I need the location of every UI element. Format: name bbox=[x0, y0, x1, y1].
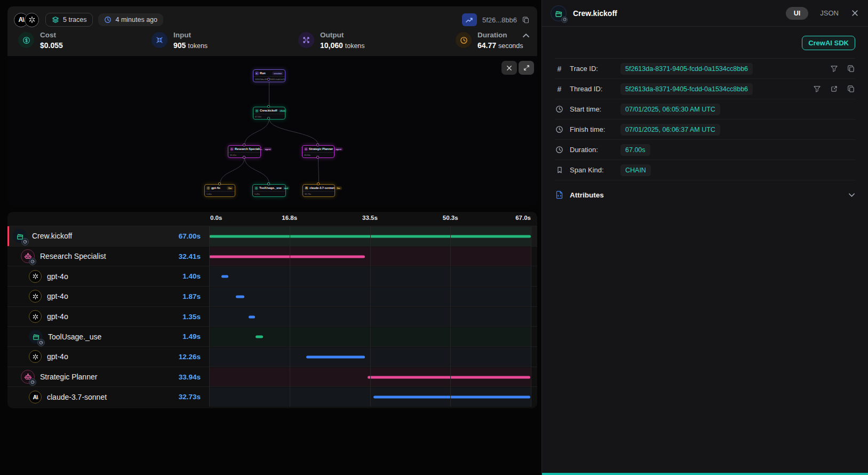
node-connection-handle bbox=[267, 183, 270, 185]
traces-count-badge[interactable]: 5 traces bbox=[45, 13, 93, 27]
clock-icon bbox=[555, 125, 564, 133]
trace-id-chip: 5f26...8bb6 bbox=[482, 16, 517, 24]
panel-bottom-accent-bar bbox=[542, 473, 868, 475]
gridline bbox=[450, 226, 451, 407]
arrows-out-icon bbox=[298, 32, 314, 48]
gridline bbox=[370, 226, 371, 407]
axis-tick-label: 67.0s bbox=[515, 215, 531, 221]
copy-icon[interactable] bbox=[847, 85, 855, 93]
agentops-badge-icon bbox=[37, 339, 45, 346]
traces-count-label: 5 traces bbox=[63, 16, 86, 23]
copy-icon[interactable] bbox=[847, 65, 855, 73]
field-value-pill: 07/01/2025, 06:06:37 AM UTC bbox=[620, 124, 720, 136]
hash-icon: # bbox=[555, 85, 564, 93]
run-icon: ▸ bbox=[255, 72, 259, 75]
crew-icon bbox=[551, 5, 567, 21]
graph-node-claude[interactable]: A\ claude-3.7-sonnet llm 32.73s bbox=[302, 184, 335, 197]
external-icon[interactable] bbox=[830, 85, 838, 93]
span-label: ToolUsage._use 1.49s bbox=[7, 330, 209, 344]
trace-metrics-button[interactable] bbox=[462, 13, 477, 26]
tab-ui[interactable]: UI bbox=[786, 7, 809, 20]
span-label: gpt-4o 1.35s bbox=[7, 310, 209, 323]
agent-icon bbox=[304, 147, 308, 151]
field-thread-id: # Thread ID: 5f2613da-8371-9405-fcdd-0a1… bbox=[555, 79, 855, 99]
span-label: gpt-4o 12.26s bbox=[7, 350, 209, 363]
hash-icon: # bbox=[555, 65, 564, 73]
node-connection-handle bbox=[316, 156, 319, 159]
timeline-axis: 0.0s16.8s33.5s50.3s67.0s bbox=[209, 212, 531, 226]
openai-logo-icon bbox=[29, 310, 42, 323]
openai-logo-icon bbox=[25, 13, 39, 27]
agentops-badge-icon bbox=[29, 258, 36, 265]
bookmark-icon bbox=[555, 166, 564, 174]
anthropic-icon: A\ bbox=[305, 186, 308, 190]
time-ago-label: 4 minutes ago bbox=[115, 16, 157, 23]
graph-close-button[interactable] bbox=[501, 61, 517, 75]
dollar-icon bbox=[18, 32, 34, 48]
graph-expand-button[interactable] bbox=[519, 61, 534, 75]
stat-cost: Cost $0.055 bbox=[18, 31, 152, 50]
node-connection-handle bbox=[317, 183, 320, 185]
attributes-section-header[interactable]: Attributes bbox=[555, 183, 855, 207]
filter-icon[interactable] bbox=[830, 65, 838, 73]
clock-icon bbox=[104, 16, 112, 23]
crew-icon bbox=[13, 229, 27, 243]
agentops-badge-icon bbox=[29, 378, 36, 386]
field-trace-id: # Trace ID: 5f2613da-8371-9405-fcdd-0a15… bbox=[555, 59, 855, 79]
file-icon bbox=[555, 191, 564, 199]
field-value-pill: 5f2613da-8371-9405-fcdd-0a1534cc8bb6 bbox=[620, 63, 753, 75]
field-start-time: Start time: 07/01/2025, 06:05:30 AM UTC bbox=[555, 99, 855, 120]
trace-stats-row: Cost $0.055 Input 905 tokens Output 10,0… bbox=[7, 28, 537, 50]
panel-title: Crew.kickoff bbox=[573, 9, 617, 18]
arrows-in-icon bbox=[152, 32, 168, 48]
span-detail-panel: Crew.kickoff UI JSON CrewAI SDK # Trace … bbox=[541, 0, 868, 475]
field-value-pill: 07/01/2025, 06:05:30 AM UTC bbox=[620, 104, 720, 115]
graph-node-tool[interactable]: ToolUsage._use tool 1.49s bbox=[252, 184, 286, 197]
clock-icon bbox=[555, 105, 564, 113]
field-span-kind: Span Kind: CHAIN bbox=[555, 160, 855, 180]
span-label: Strategic Planner 33.94s bbox=[7, 370, 209, 384]
panel-close-icon[interactable] bbox=[851, 10, 858, 17]
copy-trace-id-icon[interactable] bbox=[522, 16, 530, 24]
field-finish-time: Finish time: 07/01/2025, 06:06:37 AM UTC bbox=[555, 120, 855, 140]
gridline bbox=[290, 226, 290, 407]
node-connection-handle bbox=[267, 105, 270, 108]
collapse-stats-chevron-icon[interactable] bbox=[522, 33, 530, 38]
filter-icon[interactable] bbox=[813, 85, 821, 93]
openai-icon bbox=[206, 186, 210, 190]
anthropic-logo-icon: A\ bbox=[29, 391, 42, 403]
sdk-badge: CrewAI SDK bbox=[802, 36, 855, 50]
timeline-gridlines bbox=[209, 226, 531, 407]
crew-icon bbox=[29, 330, 43, 344]
axis-tick-label: 50.3s bbox=[443, 215, 458, 221]
stat-input: Input 905 tokens bbox=[152, 31, 298, 50]
span-label: Research Specialist 32.41s bbox=[7, 249, 209, 263]
provider-avatars: A\ bbox=[14, 13, 39, 27]
gridline bbox=[531, 226, 531, 407]
span-label: gpt-4o 1.87s bbox=[7, 290, 209, 303]
graph-node-gpt[interactable]: gpt-4o llm 1.40s bbox=[204, 184, 235, 197]
axis-tick-label: 33.5s bbox=[362, 215, 378, 221]
attributes-chevron-down-icon[interactable] bbox=[848, 193, 855, 197]
node-connection-handle bbox=[218, 183, 221, 185]
tab-json[interactable]: JSON bbox=[820, 9, 839, 17]
field-value-pill: 67.00s bbox=[620, 144, 650, 156]
gridline bbox=[209, 226, 210, 407]
clock-icon bbox=[456, 32, 472, 48]
trace-header-card: A\ 5 traces 4 minutes ago 5f26...8bb6 bbox=[7, 6, 537, 56]
agent-robot-icon bbox=[21, 249, 35, 263]
stat-duration: Duration 64.77 seconds bbox=[456, 31, 528, 50]
span-label: Crew.kickoff 67.00s bbox=[7, 229, 209, 243]
agentops-badge-icon bbox=[21, 238, 29, 246]
span-label: A\ claude-3.7-sonnet 32.73s bbox=[7, 391, 209, 403]
openai-logo-icon bbox=[29, 270, 42, 283]
stat-output: Output 10,060 tokens bbox=[298, 31, 456, 50]
time-ago-badge: 4 minutes ago bbox=[98, 13, 163, 26]
node-connection-handle bbox=[267, 78, 270, 81]
crew-icon bbox=[254, 186, 258, 190]
node-connection-handle bbox=[243, 144, 245, 146]
trace-graph-panel: ▸ Run session 5f2613da-8371-9405-fcdd-0a… bbox=[7, 56, 537, 206]
layers-icon bbox=[52, 16, 59, 23]
crew-icon bbox=[255, 109, 259, 113]
field-duration: Duration: 67.00s bbox=[555, 140, 855, 160]
